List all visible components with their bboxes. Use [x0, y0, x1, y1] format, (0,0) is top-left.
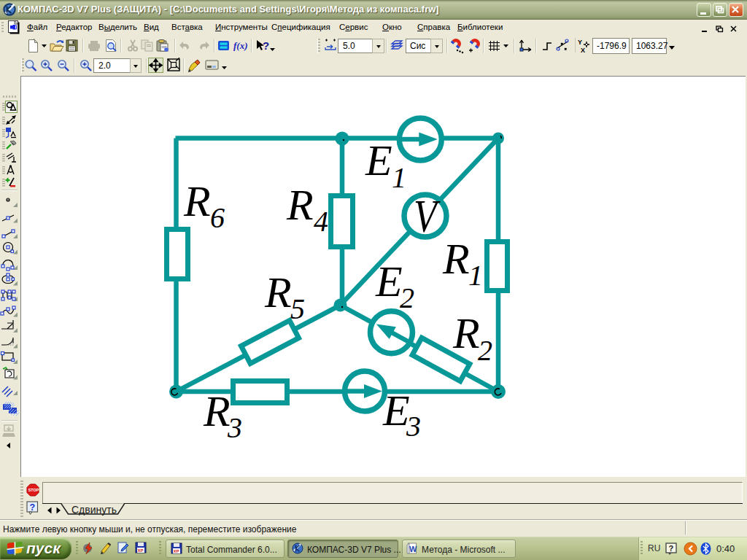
- svg-text:X: X: [581, 47, 585, 54]
- svg-text:2: 2: [400, 281, 414, 314]
- svg-text:V: V: [414, 191, 441, 241]
- svg-text:W: W: [409, 545, 417, 553]
- svg-text:4: 4: [314, 205, 328, 238]
- svg-text:XP: XP: [174, 549, 179, 553]
- svg-text:R: R: [264, 268, 292, 316]
- svg-text:5: 5: [290, 292, 305, 325]
- svg-text:E: E: [375, 257, 403, 306]
- svg-text:R: R: [452, 309, 480, 357]
- svg-text:R: R: [286, 181, 314, 229]
- svg-text:f(x): f(x): [233, 40, 248, 51]
- svg-text:3: 3: [227, 411, 242, 444]
- svg-text:STOP: STOP: [28, 488, 39, 492]
- svg-text:?: ?: [263, 39, 269, 52]
- svg-text:Y: Y: [578, 39, 582, 46]
- svg-text:R: R: [442, 235, 470, 283]
- svg-text:?: ?: [669, 544, 674, 553]
- svg-text:6: 6: [210, 201, 225, 234]
- svg-text:E: E: [382, 386, 410, 435]
- svg-text:2: 2: [478, 334, 492, 367]
- svg-text:3: 3: [406, 410, 421, 443]
- svg-text:?: ?: [30, 502, 36, 513]
- svg-text:1: 1: [392, 161, 406, 194]
- svg-text:XP: XP: [138, 548, 144, 553]
- svg-text:R: R: [203, 387, 231, 435]
- svg-text:R: R: [183, 177, 211, 225]
- svg-text:E: E: [365, 136, 392, 184]
- svg-text:1: 1: [468, 259, 483, 292]
